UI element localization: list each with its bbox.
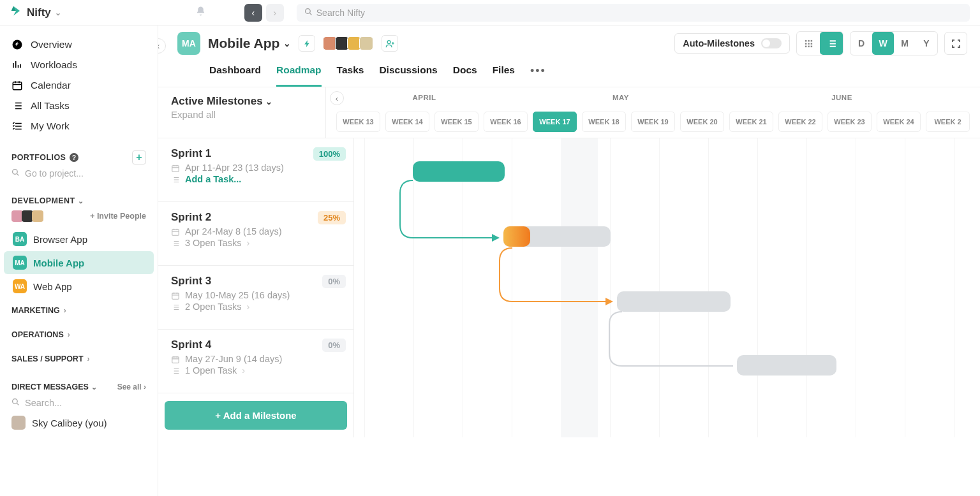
gridline xyxy=(512,138,512,437)
tab-tasks[interactable]: Tasks xyxy=(337,58,364,87)
collapse-sidebar-button[interactable]: ‹ xyxy=(158,38,166,54)
milestone-daterange: May 27-Jun 9 (14 days) xyxy=(171,354,341,364)
dm-search[interactable]: Search... xyxy=(0,395,158,411)
nav-forward-button[interactable]: › xyxy=(266,4,284,22)
go-to-project[interactable]: Go to project... xyxy=(0,164,158,182)
dm-user[interactable]: Sky Calibey (you) xyxy=(0,411,158,435)
auto-milestones-toggle[interactable]: Auto-Milestones xyxy=(674,33,790,54)
week-cell[interactable]: WEEK 2 xyxy=(926,112,970,132)
add-milestone-button[interactable]: + Add a Milestone xyxy=(165,401,347,430)
milestone-tasks[interactable]: 1 Open Task › xyxy=(171,365,341,376)
dev-avatars: + Invite People xyxy=(0,205,158,227)
expand-all-link[interactable]: Expand all xyxy=(171,109,313,120)
brand[interactable]: Nifty ⌄ xyxy=(10,4,61,20)
gantt-bar-sprint-4[interactable] xyxy=(737,355,836,376)
milestone-row[interactable]: 0% Sprint 3 May 10-May 25 (16 days) 2 Op… xyxy=(158,266,353,330)
project-browser app[interactable]: BABrowser App xyxy=(4,228,154,251)
project-badge: MA xyxy=(13,256,27,270)
add-user-button[interactable] xyxy=(382,35,398,52)
see-all-link[interactable]: See all › xyxy=(117,383,146,391)
brand-icon xyxy=(10,4,23,20)
chevron-right-icon: › xyxy=(68,330,70,339)
week-cell[interactable]: WEEK 13 xyxy=(336,112,380,132)
timeline-prev-button[interactable]: ‹ xyxy=(330,91,344,105)
milestone-row[interactable]: 0% Sprint 4 May 27-Jun 9 (14 days) 1 Ope… xyxy=(158,330,353,393)
gridline xyxy=(905,138,905,437)
week-cell[interactable]: WEEK 17 xyxy=(533,112,577,132)
gantt-timeline[interactable] xyxy=(354,138,980,437)
icon xyxy=(11,120,23,132)
search-bar[interactable]: Search Nifty xyxy=(297,4,970,22)
nav-back-button[interactable]: ‹ xyxy=(244,4,262,22)
category-label: OPERATIONS xyxy=(11,330,64,339)
zoom-w-button[interactable]: W xyxy=(872,32,894,55)
list-view-button[interactable] xyxy=(820,32,843,55)
invite-people-link[interactable]: + Invite People xyxy=(90,212,146,221)
help-icon[interactable]: ? xyxy=(70,153,78,162)
gantt-bar-sprint-2[interactable] xyxy=(503,226,530,247)
dm-user-name: Sky Calibey (you) xyxy=(32,418,107,428)
milestone-daterange: Apr 24-May 8 (15 days) xyxy=(171,226,341,237)
tab-more[interactable]: ••• xyxy=(530,58,546,87)
zoom-d-button[interactable]: D xyxy=(850,32,872,55)
week-cell[interactable]: WEEK 19 xyxy=(631,112,675,132)
nav-history: ‹ › xyxy=(244,4,284,22)
week-cell[interactable]: WEEK 24 xyxy=(877,112,921,132)
week-cell[interactable]: WEEK 18 xyxy=(582,112,626,132)
milestone-row[interactable]: 100% Sprint 1 Apr 11-Apr 23 (13 days) Ad… xyxy=(158,138,353,202)
gantt-bar-sprint-3[interactable] xyxy=(617,291,731,312)
gridline xyxy=(806,138,807,437)
gridline xyxy=(413,138,414,437)
tab-roadmap[interactable]: Roadmap xyxy=(276,58,322,87)
sidebar-item-label: Calendar xyxy=(31,80,71,91)
sidebar-item-calendar[interactable]: Calendar xyxy=(0,75,158,96)
member-avatars[interactable] xyxy=(323,36,371,50)
tab-docs[interactable]: Docs xyxy=(453,58,477,87)
week-cell[interactable]: WEEK 22 xyxy=(778,112,822,132)
week-cell[interactable]: WEEK 23 xyxy=(828,112,872,132)
project-title[interactable]: Mobile App ⌄ xyxy=(208,36,291,51)
zoom-m-button[interactable]: M xyxy=(894,32,916,55)
tab-files[interactable]: Files xyxy=(493,58,515,87)
tab-discussions[interactable]: Discussions xyxy=(379,58,437,87)
week-cell[interactable]: WEEK 14 xyxy=(385,112,429,132)
milestone-tasks[interactable]: Add a Task... xyxy=(171,174,341,184)
grid-view-button[interactable] xyxy=(797,32,820,55)
sidebar-item-all tasks[interactable]: All Tasks xyxy=(0,96,158,116)
search-icon xyxy=(11,398,20,408)
development-header[interactable]: DEVELOPMENT ⌄ xyxy=(11,196,146,205)
active-milestones-dropdown[interactable]: Active Milestones ⌄ xyxy=(171,95,313,108)
project-mobile app[interactable]: MAMobile App xyxy=(4,251,154,274)
sidebar-item-workloads[interactable]: Workloads xyxy=(0,55,158,75)
tab-dashboard[interactable]: Dashboard xyxy=(209,58,261,87)
svg-rect-2 xyxy=(13,82,22,90)
project-logo: MA xyxy=(177,32,200,55)
svg-point-0 xyxy=(305,8,310,13)
milestone-daterange: Apr 11-Apr 23 (13 days) xyxy=(171,163,341,173)
dm-header[interactable]: DIRECT MESSAGES ⌄ See all › xyxy=(0,371,158,395)
project-web app[interactable]: WAWeb App xyxy=(4,275,154,298)
category-marketing[interactable]: MARKETING› xyxy=(0,298,158,323)
list-icon xyxy=(171,174,180,184)
sidebar-item-my work[interactable]: My Work xyxy=(0,116,158,136)
month-may: MAY xyxy=(523,94,719,101)
project-name: Browser App xyxy=(33,234,87,245)
milestone-tasks[interactable]: 2 Open Tasks › xyxy=(171,302,341,312)
milestone-row[interactable]: 25% Sprint 2 Apr 24-May 8 (15 days) 3 Op… xyxy=(158,202,353,266)
fullscreen-button[interactable] xyxy=(944,32,967,55)
category-operations[interactable]: OPERATIONS› xyxy=(0,323,158,347)
week-cell[interactable]: WEEK 20 xyxy=(680,112,724,132)
week-cell[interactable]: WEEK 15 xyxy=(434,112,479,132)
zoom-y-button[interactable]: Y xyxy=(916,32,937,55)
milestone-tasks[interactable]: 3 Open Tasks › xyxy=(171,238,341,248)
week-cell[interactable]: WEEK 21 xyxy=(729,112,773,132)
add-portfolio-button[interactable]: + xyxy=(132,150,146,164)
bell-icon[interactable] xyxy=(195,6,206,20)
week-cell[interactable]: WEEK 16 xyxy=(484,112,528,132)
toggle-switch[interactable] xyxy=(761,38,782,48)
category-sales[interactable]: SALES / SUPPORT› xyxy=(0,347,158,371)
portfolios-header: PORTFOLIOS ? + xyxy=(11,150,146,164)
flash-button[interactable] xyxy=(299,35,315,52)
gantt-bar-sprint-1[interactable] xyxy=(413,161,505,182)
sidebar-item-overview[interactable]: Overview xyxy=(0,34,158,55)
